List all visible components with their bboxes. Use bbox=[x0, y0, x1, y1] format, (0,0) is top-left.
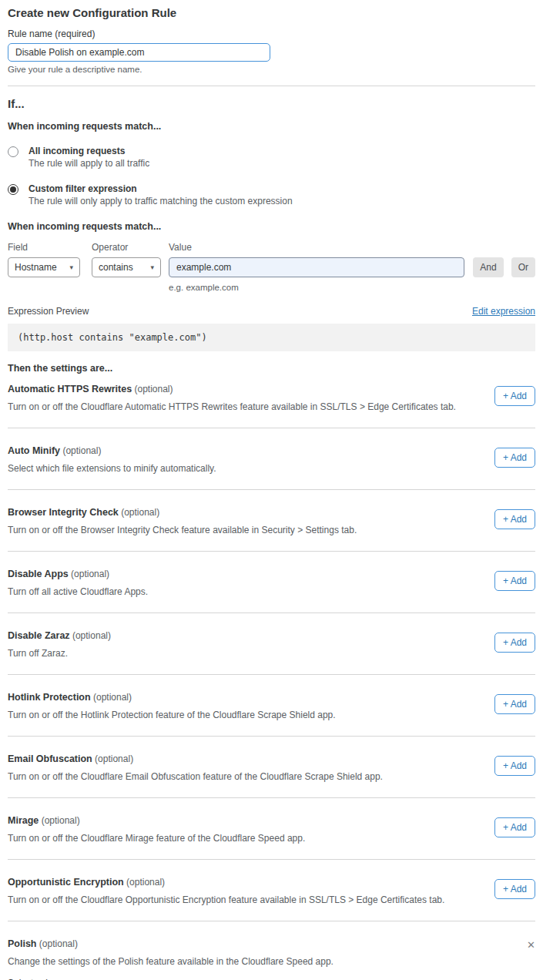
setting-title: Polish (optional) bbox=[8, 938, 78, 950]
value-label: Value bbox=[169, 242, 464, 253]
setting-description: Change the settings of the Polish featur… bbox=[8, 956, 535, 967]
expression-builder-row: Field Hostname ▾ Operator contains ▾ Val… bbox=[8, 242, 535, 292]
optional-suffix: (optional) bbox=[39, 938, 78, 949]
setting-text: Auto Minify (optional) Select which file… bbox=[8, 445, 216, 474]
setting-name: Browser Integrity Check bbox=[8, 507, 119, 518]
setting-name: Auto Minify bbox=[8, 445, 60, 456]
optional-suffix: (optional) bbox=[93, 692, 132, 703]
setting-title: Opportunistic Encryption (optional) bbox=[8, 877, 444, 888]
value-hint: e.g. example.com bbox=[169, 283, 464, 292]
field-select[interactable]: Hostname ▾ bbox=[8, 257, 80, 277]
setting-row-disable-zaraz: Disable Zaraz (optional) Turn off Zaraz.… bbox=[8, 613, 535, 675]
setting-description: Turn on or off the Browser Integrity Che… bbox=[8, 525, 357, 535]
operator-select[interactable]: contains ▾ bbox=[92, 257, 161, 277]
rule-name-label: Rule name (required) bbox=[8, 29, 535, 39]
operator-select-value: contains bbox=[99, 262, 133, 273]
setting-text: Disable Apps (optional) Turn off all act… bbox=[8, 569, 148, 597]
setting-name: Disable Zaraz bbox=[8, 630, 70, 641]
optional-suffix: (optional) bbox=[42, 815, 80, 826]
then-settings-heading: Then the settings are... bbox=[8, 363, 535, 374]
setting-description: Select which file extensions to minify a… bbox=[8, 463, 216, 474]
page-title: Create new Configuration Rule bbox=[8, 6, 535, 19]
setting-row-mirage: Mirage (optional) Turn on or off the Clo… bbox=[8, 798, 535, 860]
optional-suffix: (optional) bbox=[121, 507, 159, 518]
edit-expression-link[interactable]: Edit expression bbox=[472, 306, 535, 317]
radio-option-text: Custom filter expression The rule will o… bbox=[28, 183, 293, 206]
field-select-value: Hostname bbox=[15, 262, 57, 273]
setting-description: Turn on or off the Cloudflare Mirage fea… bbox=[8, 833, 305, 844]
if-heading: If... bbox=[8, 97, 535, 110]
radio-option-description: The rule will only apply to traffic matc… bbox=[28, 196, 293, 206]
optional-suffix: (optional) bbox=[126, 877, 165, 888]
add-button[interactable]: + Add bbox=[494, 633, 535, 653]
setting-title: Auto Minify (optional) bbox=[8, 445, 216, 457]
setting-text: Disable Zaraz (optional) Turn off Zaraz. bbox=[8, 630, 111, 659]
close-icon[interactable]: ✕ bbox=[527, 940, 535, 950]
add-button[interactable]: + Add bbox=[494, 448, 535, 468]
radio-option-all-incoming-requests[interactable]: All incoming requests The rule will appl… bbox=[8, 146, 535, 169]
operator-column: Operator contains ▾ bbox=[92, 242, 161, 277]
radio-option-custom-filter-expression[interactable]: Custom filter expression The rule will o… bbox=[8, 183, 535, 206]
or-button[interactable]: Or bbox=[511, 257, 535, 277]
setting-name: Opportunistic Encryption bbox=[8, 877, 124, 888]
setting-row-automatic-https-rewrites: Automatic HTTPS Rewrites (optional) Turn… bbox=[8, 374, 535, 428]
add-button[interactable]: + Add bbox=[494, 879, 535, 899]
setting-name: Polish bbox=[8, 938, 37, 949]
setting-title: Automatic HTTPS Rewrites (optional) bbox=[8, 384, 456, 395]
setting-text: Hotlink Protection (optional) Turn on or… bbox=[8, 692, 336, 720]
setting-row-auto-minify: Auto Minify (optional) Select which file… bbox=[8, 428, 535, 490]
setting-row-polish-expanded: Polish (optional) ✕ Change the settings … bbox=[8, 921, 535, 980]
add-button[interactable]: + Add bbox=[494, 694, 535, 714]
rule-name-help: Give your rule a descriptive name. bbox=[8, 65, 535, 75]
radio-option-label: All incoming requests bbox=[28, 146, 149, 156]
radio-option-label: Custom filter expression bbox=[28, 183, 293, 194]
expression-preview-label: Expression Preview bbox=[8, 306, 89, 317]
rule-name-input[interactable] bbox=[8, 43, 270, 62]
add-button[interactable]: + Add bbox=[494, 571, 535, 591]
add-button[interactable]: + Add bbox=[494, 756, 535, 776]
setting-title: Mirage (optional) bbox=[8, 815, 305, 827]
incoming-requests-match-heading: When incoming requests match... bbox=[8, 121, 535, 133]
setting-description: Turn on or off the Cloudflare Automatic … bbox=[8, 401, 456, 412]
setting-description: Turn on or off the Cloudflare Email Obfu… bbox=[8, 771, 383, 782]
setting-title: Disable Apps (optional) bbox=[8, 569, 148, 580]
radio-option-description: The rule will apply to all traffic bbox=[28, 159, 149, 169]
and-button[interactable]: And bbox=[473, 257, 503, 277]
optional-suffix: (optional) bbox=[62, 445, 101, 456]
value-input[interactable] bbox=[169, 257, 464, 277]
chevron-down-icon: ▾ bbox=[69, 264, 73, 271]
setting-name: Hotlink Protection bbox=[8, 692, 91, 703]
expression-preview-code: (http.host contains "example.com") bbox=[8, 324, 535, 351]
setting-description: Turn on or off the Hotlink Protection fe… bbox=[8, 710, 336, 720]
setting-description: Turn on or off the Cloudflare Opportunis… bbox=[8, 894, 444, 905]
field-column: Field Hostname ▾ bbox=[8, 242, 80, 277]
expression-builder-heading: When incoming requests match... bbox=[8, 221, 535, 233]
radio-option-text: All incoming requests The rule will appl… bbox=[28, 146, 149, 169]
setting-row-email-obfuscation: Email Obfuscation (optional) Turn on or … bbox=[8, 737, 535, 798]
section-divider bbox=[8, 86, 535, 86]
setting-row-opportunistic-encryption: Opportunistic Encryption (optional) Turn… bbox=[8, 860, 535, 921]
setting-name: Email Obfuscation bbox=[8, 753, 92, 764]
setting-text: Browser Integrity Check (optional) Turn … bbox=[8, 507, 357, 535]
add-button[interactable]: + Add bbox=[494, 817, 535, 837]
add-button[interactable]: + Add bbox=[494, 386, 535, 406]
operator-label: Operator bbox=[92, 242, 161, 253]
optional-suffix: (optional) bbox=[134, 384, 173, 394]
add-button[interactable]: + Add bbox=[494, 509, 535, 529]
field-label: Field bbox=[8, 242, 80, 253]
value-column: Value e.g. example.com bbox=[169, 242, 464, 292]
setting-description: Turn off Zaraz. bbox=[8, 648, 111, 659]
setting-text: Email Obfuscation (optional) Turn on or … bbox=[8, 753, 383, 782]
setting-text: Opportunistic Encryption (optional) Turn… bbox=[8, 877, 444, 905]
radio-button-selected[interactable] bbox=[8, 184, 18, 195]
radio-button-unselected[interactable] bbox=[8, 146, 18, 157]
setting-row-hotlink-protection: Hotlink Protection (optional) Turn on or… bbox=[8, 675, 535, 737]
create-configuration-rule-form: Create new Configuration Rule Rule name … bbox=[0, 0, 543, 980]
setting-text: Mirage (optional) Turn on or off the Clo… bbox=[8, 815, 305, 844]
setting-title: Disable Zaraz (optional) bbox=[8, 630, 111, 642]
setting-description: Turn off all active Cloudflare Apps. bbox=[8, 586, 148, 597]
expression-preview-header: Expression Preview Edit expression bbox=[8, 306, 535, 317]
optional-suffix: (optional) bbox=[95, 753, 133, 764]
optional-suffix: (optional) bbox=[72, 630, 111, 641]
setting-title: Hotlink Protection (optional) bbox=[8, 692, 336, 703]
